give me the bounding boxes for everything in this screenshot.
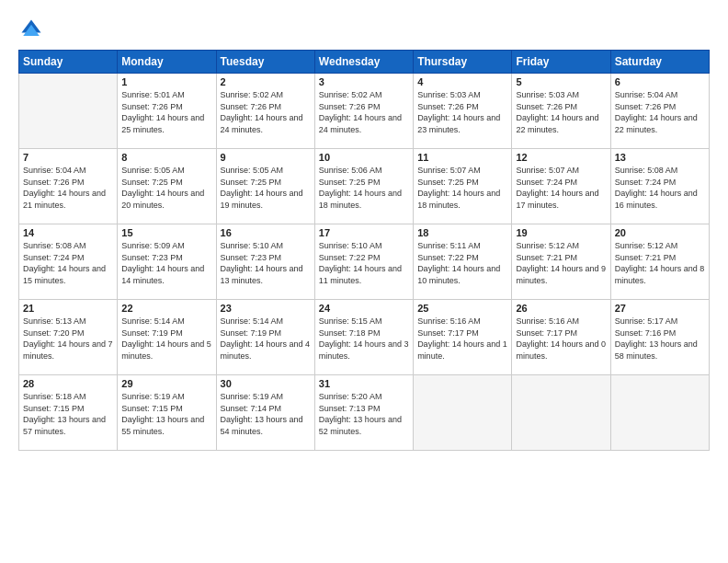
day-number: 21 — [23, 303, 113, 314]
week-row-4: 21 Sunrise: 5:13 AM Sunset: 7:20 PM Dayl… — [19, 300, 710, 375]
calendar-cell — [414, 375, 512, 451]
day-number: 5 — [516, 76, 606, 87]
daylight-text: Daylight: 14 hours and 22 minutes. — [615, 112, 705, 135]
daylight-text: Daylight: 14 hours and 11 minutes. — [319, 263, 409, 286]
calendar-cell: 9 Sunrise: 5:05 AM Sunset: 7:25 PM Dayli… — [216, 149, 314, 224]
day-info: Sunrise: 5:12 AM Sunset: 7:21 PM Dayligh… — [615, 240, 705, 286]
calendar-cell: 27 Sunrise: 5:17 AM Sunset: 7:16 PM Dayl… — [610, 300, 709, 375]
weekday-header-tuesday: Tuesday — [216, 51, 314, 74]
day-number: 24 — [319, 303, 409, 314]
sunset-text: Sunset: 7:26 PM — [615, 101, 705, 113]
daylight-text: Daylight: 13 hours and 52 minutes. — [319, 414, 409, 437]
day-info: Sunrise: 5:19 AM Sunset: 7:14 PM Dayligh… — [221, 391, 311, 437]
calendar-cell — [610, 375, 709, 451]
day-info: Sunrise: 5:09 AM Sunset: 7:23 PM Dayligh… — [121, 240, 211, 286]
sunrise-text: Sunrise: 5:02 AM — [319, 89, 409, 101]
sunrise-text: Sunrise: 5:02 AM — [221, 89, 311, 101]
day-number: 13 — [615, 152, 705, 163]
day-info: Sunrise: 5:15 AM Sunset: 7:18 PM Dayligh… — [319, 316, 409, 362]
calendar-cell: 30 Sunrise: 5:19 AM Sunset: 7:14 PM Dayl… — [216, 375, 314, 451]
day-info: Sunrise: 5:10 AM Sunset: 7:23 PM Dayligh… — [221, 240, 311, 286]
sunset-text: Sunset: 7:23 PM — [121, 252, 211, 264]
day-number: 23 — [221, 303, 311, 314]
week-row-2: 7 Sunrise: 5:04 AM Sunset: 7:26 PM Dayli… — [19, 149, 710, 224]
sunrise-text: Sunrise: 5:10 AM — [221, 240, 311, 252]
daylight-text: Daylight: 14 hours and 17 minutes. — [516, 188, 606, 211]
sunrise-text: Sunrise: 5:12 AM — [615, 240, 705, 252]
sunset-text: Sunset: 7:23 PM — [221, 252, 311, 264]
sunset-text: Sunset: 7:25 PM — [221, 177, 311, 189]
calendar-cell: 24 Sunrise: 5:15 AM Sunset: 7:18 PM Dayl… — [314, 300, 413, 375]
sunrise-text: Sunrise: 5:09 AM — [121, 240, 211, 252]
calendar-cell: 7 Sunrise: 5:04 AM Sunset: 7:26 PM Dayli… — [19, 149, 118, 224]
daylight-text: Daylight: 14 hours and 10 minutes. — [417, 263, 507, 286]
day-number: 2 — [221, 76, 311, 87]
sunrise-text: Sunrise: 5:15 AM — [319, 316, 409, 327]
sunset-text: Sunset: 7:15 PM — [121, 403, 211, 415]
daylight-text: Daylight: 14 hours and 15 minutes. — [23, 263, 113, 286]
day-info: Sunrise: 5:02 AM Sunset: 7:26 PM Dayligh… — [221, 89, 311, 135]
sunrise-text: Sunrise: 5:19 AM — [221, 391, 311, 403]
day-info: Sunrise: 5:16 AM Sunset: 7:17 PM Dayligh… — [516, 316, 606, 362]
weekday-header-monday: Monday — [118, 51, 216, 74]
sunrise-text: Sunrise: 5:20 AM — [319, 391, 409, 403]
day-info: Sunrise: 5:07 AM Sunset: 7:25 PM Dayligh… — [417, 165, 507, 211]
calendar-cell: 22 Sunrise: 5:14 AM Sunset: 7:19 PM Dayl… — [118, 300, 216, 375]
daylight-text: Daylight: 14 hours and 18 minutes. — [417, 188, 507, 211]
sunset-text: Sunset: 7:24 PM — [516, 177, 606, 189]
day-number: 1 — [121, 76, 211, 87]
daylight-text: Daylight: 14 hours and 9 minutes. — [516, 263, 606, 286]
sunset-text: Sunset: 7:22 PM — [319, 252, 409, 264]
day-number: 25 — [417, 303, 507, 314]
sunset-text: Sunset: 7:24 PM — [23, 252, 113, 264]
daylight-text: Daylight: 14 hours and 4 minutes. — [221, 339, 311, 362]
weekday-header-wednesday: Wednesday — [314, 51, 413, 74]
day-info: Sunrise: 5:14 AM Sunset: 7:19 PM Dayligh… — [221, 316, 311, 362]
day-number: 3 — [319, 76, 409, 87]
daylight-text: Daylight: 13 hours and 54 minutes. — [221, 414, 311, 437]
sunrise-text: Sunrise: 5:03 AM — [516, 89, 606, 101]
daylight-text: Daylight: 13 hours and 58 minutes. — [615, 339, 705, 362]
calendar-cell: 10 Sunrise: 5:06 AM Sunset: 7:25 PM Dayl… — [314, 149, 413, 224]
sunrise-text: Sunrise: 5:14 AM — [121, 316, 211, 327]
calendar-cell: 6 Sunrise: 5:04 AM Sunset: 7:26 PM Dayli… — [610, 74, 709, 149]
daylight-text: Daylight: 14 hours and 3 minutes. — [319, 339, 409, 362]
calendar-cell: 13 Sunrise: 5:08 AM Sunset: 7:24 PM Dayl… — [610, 149, 709, 224]
calendar-cell — [512, 375, 610, 451]
sunset-text: Sunset: 7:26 PM — [417, 101, 507, 113]
day-number: 14 — [23, 227, 113, 238]
day-number: 19 — [516, 227, 606, 238]
day-number: 17 — [319, 227, 409, 238]
daylight-text: Daylight: 13 hours and 57 minutes. — [23, 414, 113, 437]
day-info: Sunrise: 5:05 AM Sunset: 7:25 PM Dayligh… — [221, 165, 311, 211]
sunrise-text: Sunrise: 5:11 AM — [417, 240, 507, 252]
calendar-cell: 16 Sunrise: 5:10 AM Sunset: 7:23 PM Dayl… — [216, 224, 314, 300]
week-row-3: 14 Sunrise: 5:08 AM Sunset: 7:24 PM Dayl… — [19, 224, 710, 300]
day-info: Sunrise: 5:03 AM Sunset: 7:26 PM Dayligh… — [516, 89, 606, 135]
sunset-text: Sunset: 7:26 PM — [121, 101, 211, 113]
day-number: 6 — [615, 76, 705, 87]
sunset-text: Sunset: 7:21 PM — [516, 252, 606, 264]
calendar-cell: 11 Sunrise: 5:07 AM Sunset: 7:25 PM Dayl… — [414, 149, 512, 224]
daylight-text: Daylight: 14 hours and 14 minutes. — [121, 263, 211, 286]
sunrise-text: Sunrise: 5:16 AM — [516, 316, 606, 327]
daylight-text: Daylight: 14 hours and 18 minutes. — [319, 188, 409, 211]
calendar-table: SundayMondayTuesdayWednesdayThursdayFrid… — [18, 50, 710, 451]
day-number: 11 — [417, 152, 507, 163]
day-number: 31 — [319, 378, 409, 389]
sunset-text: Sunset: 7:25 PM — [417, 177, 507, 189]
daylight-text: Daylight: 14 hours and 16 minutes. — [615, 188, 705, 211]
calendar-cell: 18 Sunrise: 5:11 AM Sunset: 7:22 PM Dayl… — [414, 224, 512, 300]
day-number: 10 — [319, 152, 409, 163]
sunrise-text: Sunrise: 5:13 AM — [23, 316, 113, 327]
calendar-cell — [19, 74, 118, 149]
sunset-text: Sunset: 7:13 PM — [319, 403, 409, 415]
day-number: 22 — [121, 303, 211, 314]
sunset-text: Sunset: 7:22 PM — [417, 252, 507, 264]
page: SundayMondayTuesdayWednesdayThursdayFrid… — [0, 0, 728, 563]
daylight-text: Daylight: 14 hours and 8 minutes. — [615, 263, 705, 286]
day-info: Sunrise: 5:05 AM Sunset: 7:25 PM Dayligh… — [121, 165, 211, 211]
sunset-text: Sunset: 7:19 PM — [221, 327, 311, 339]
sunset-text: Sunset: 7:19 PM — [121, 327, 211, 339]
calendar-cell: 21 Sunrise: 5:13 AM Sunset: 7:20 PM Dayl… — [19, 300, 118, 375]
